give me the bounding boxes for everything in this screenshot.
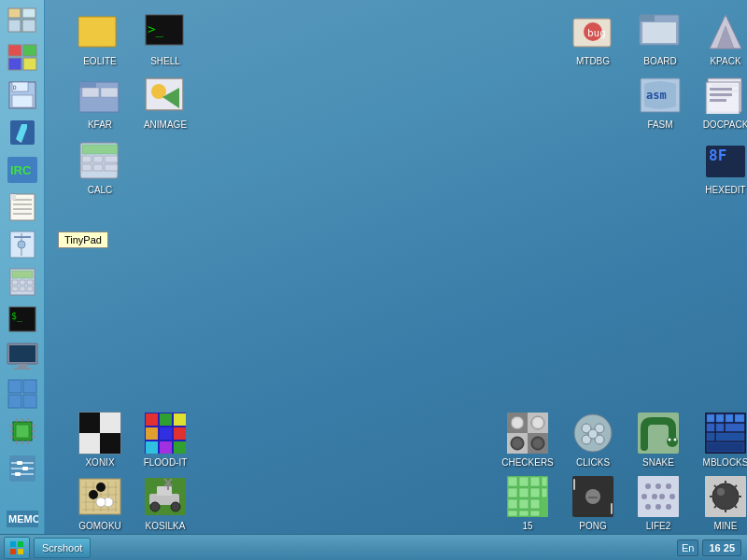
svg-point-134 bbox=[513, 439, 522, 448]
sidebar-icon-chip[interactable] bbox=[6, 414, 39, 448]
svg-rect-63 bbox=[17, 461, 22, 465]
pong-label: PONG bbox=[579, 521, 606, 532]
svg-point-130 bbox=[533, 439, 543, 448]
desktop-icon-clicks[interactable]: CLICKS bbox=[560, 411, 626, 469]
desktop-icon-snake[interactable]: SNAKE bbox=[626, 411, 691, 469]
desktop-icon-docpack[interactable]: DOCPACK bbox=[693, 73, 747, 131]
eolite-label: EOLITE bbox=[83, 56, 117, 67]
svg-rect-39 bbox=[18, 364, 27, 368]
desktop-icon-calc[interactable]: CALC bbox=[67, 138, 133, 196]
svg-rect-123 bbox=[174, 441, 186, 454]
desktop-icon-board[interactable]: BOARD bbox=[627, 9, 693, 67]
taskbar-scrshoot[interactable]: Scrshoot bbox=[34, 538, 91, 558]
desktop-icon-floodit[interactable]: FLOOD-IT bbox=[133, 411, 198, 469]
svg-point-26 bbox=[18, 241, 25, 248]
svg-rect-4 bbox=[8, 45, 21, 56]
svg-rect-94 bbox=[642, 22, 676, 43]
desktop-icon-mtdbg[interactable]: bug MTDBG bbox=[560, 9, 626, 67]
svg-rect-86 bbox=[82, 164, 92, 171]
svg-point-203 bbox=[652, 494, 657, 499]
svg-text:$_: $_ bbox=[11, 311, 23, 322]
svg-rect-192 bbox=[530, 511, 540, 516]
sidebar-icon-1[interactable] bbox=[6, 4, 39, 37]
svg-marker-22 bbox=[10, 194, 16, 200]
svg-point-207 bbox=[655, 504, 661, 510]
svg-rect-221 bbox=[18, 541, 23, 547]
sidebar-icon-slider[interactable] bbox=[6, 452, 39, 485]
svg-rect-34 bbox=[27, 287, 33, 291]
mtdbg-label: MTDBG bbox=[576, 56, 610, 67]
svg-rect-33 bbox=[20, 287, 25, 291]
svg-rect-115 bbox=[146, 413, 158, 426]
sidebar-icon-irc[interactable]: IRC bbox=[6, 153, 39, 187]
svg-rect-46 bbox=[16, 425, 29, 438]
svg-rect-151 bbox=[716, 424, 724, 431]
sidebar-icon-memo[interactable]: MEMO bbox=[6, 502, 39, 536]
lang-indicator[interactable]: En bbox=[677, 539, 698, 556]
sidebar-icon-2[interactable] bbox=[6, 41, 39, 75]
svg-rect-181 bbox=[530, 477, 540, 486]
sidebar-icon-floppy[interactable]: D bbox=[6, 78, 39, 112]
svg-point-173 bbox=[150, 502, 160, 511]
svg-rect-111 bbox=[100, 433, 120, 454]
svg-text:8F: 8F bbox=[709, 147, 726, 164]
tooltip: TinyPad bbox=[58, 231, 108, 248]
svg-rect-93 bbox=[640, 15, 655, 21]
desktop-icon-mine[interactable]: MINE bbox=[693, 474, 747, 532]
desktop-icon-mblocks[interactable]: MBLOCKS bbox=[693, 411, 747, 469]
svg-rect-28 bbox=[12, 271, 33, 278]
clicks-label: CLICKS bbox=[576, 457, 610, 469]
svg-text:>_: >_ bbox=[148, 21, 163, 37]
svg-rect-87 bbox=[93, 164, 103, 171]
svg-rect-185 bbox=[530, 488, 540, 497]
sidebar-icon-monitor[interactable] bbox=[6, 340, 39, 373]
desktop-icon-shell[interactable]: >_ SHELL bbox=[133, 9, 198, 67]
svg-rect-118 bbox=[146, 427, 158, 440]
svg-rect-30 bbox=[20, 280, 25, 285]
desktop-icon-eolite[interactable]: EOLITE bbox=[67, 9, 133, 67]
desktop-icon-kfar[interactable]: KFAR bbox=[67, 73, 133, 131]
sidebar-icon-terminal[interactable]: $_ bbox=[6, 302, 39, 336]
sidebar-icon-ruler[interactable] bbox=[6, 228, 39, 261]
svg-rect-155 bbox=[707, 442, 744, 452]
svg-rect-6 bbox=[8, 58, 21, 70]
desktop-icon-15[interactable]: 15 bbox=[495, 474, 560, 532]
floodit-label: FLOOD-IT bbox=[144, 457, 188, 469]
desktop-icon-gomoku[interactable]: GOMOKU bbox=[67, 474, 133, 532]
svg-rect-110 bbox=[79, 413, 100, 433]
svg-rect-7 bbox=[23, 58, 36, 70]
sidebar-icon-notepad[interactable] bbox=[6, 190, 39, 224]
svg-rect-64 bbox=[22, 467, 28, 470]
gomoku-label: GOMOKU bbox=[78, 521, 121, 532]
desktop-icon-pong[interactable]: PONG bbox=[560, 474, 626, 532]
desktop-icon-animage[interactable]: ANIMAGE bbox=[133, 73, 198, 131]
svg-text:MEMO: MEMO bbox=[8, 513, 38, 525]
svg-point-167 bbox=[96, 483, 106, 492]
svg-point-206 bbox=[645, 504, 651, 510]
svg-rect-148 bbox=[726, 414, 733, 422]
fasm-label: FASM bbox=[647, 119, 672, 131]
svg-rect-188 bbox=[519, 499, 529, 509]
hexedit-label: HEXEDIT bbox=[705, 185, 745, 196]
desktop-icon-xonix[interactable]: XONIX bbox=[67, 411, 133, 469]
desktop-icon-fasm[interactable]: asm FASM bbox=[627, 73, 693, 131]
mblocks-label: MBLOCKS bbox=[703, 457, 747, 469]
svg-rect-88 bbox=[105, 164, 118, 171]
svg-point-169 bbox=[96, 497, 106, 507]
clock: 16 25 bbox=[702, 539, 741, 556]
taskbar-start-button[interactable] bbox=[4, 537, 30, 559]
sidebar-icon-pencil[interactable] bbox=[6, 116, 39, 149]
svg-rect-147 bbox=[716, 414, 724, 422]
svg-point-208 bbox=[666, 504, 671, 510]
desktop-icon-checkers[interactable]: CHECKERS bbox=[495, 411, 560, 469]
desktop-icon-hexedit[interactable]: 8F HEXEDIT bbox=[693, 138, 747, 196]
sidebar-icon-grid[interactable] bbox=[6, 377, 39, 411]
desktop-icon-kpack[interactable]: KPACK bbox=[693, 9, 747, 67]
svg-rect-65 bbox=[15, 472, 21, 476]
desktop-icon-life2[interactable]: LIFE2 bbox=[626, 474, 691, 532]
desktop-icon-kosilka[interactable]: KOSILKA bbox=[133, 474, 198, 532]
svg-rect-179 bbox=[508, 477, 517, 486]
svg-rect-187 bbox=[508, 499, 517, 509]
sidebar-icon-calculator[interactable] bbox=[6, 265, 39, 299]
svg-rect-106 bbox=[710, 99, 726, 102]
